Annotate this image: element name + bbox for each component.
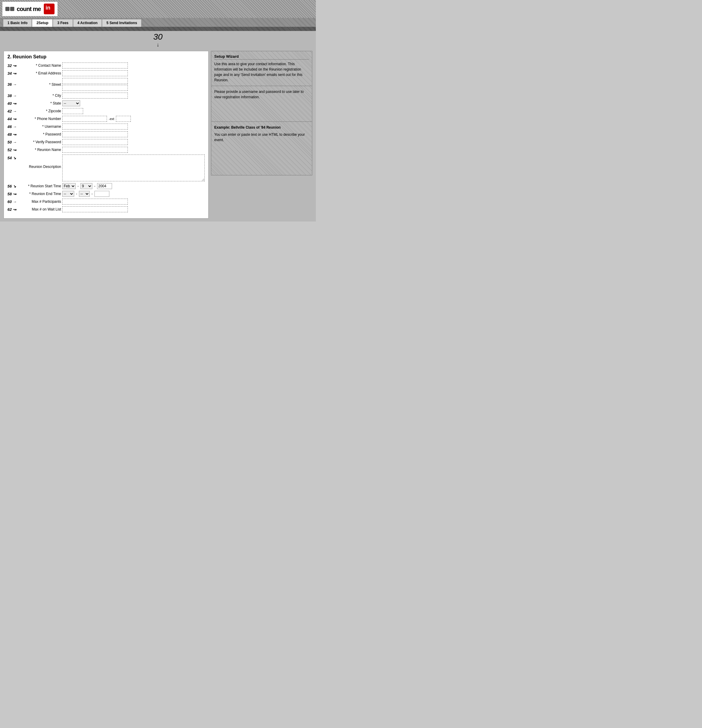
- start-day-select[interactable]: 9123 451015: [80, 183, 93, 189]
- tab4-number: 4: [77, 21, 80, 25]
- start-dash2: -: [94, 184, 96, 188]
- end-dash2: -: [91, 192, 93, 196]
- ext-label: -ext: [109, 117, 114, 121]
- username-label: * Username: [19, 124, 61, 129]
- tab-send-invitations[interactable]: 5 Send Invitations: [102, 19, 142, 27]
- end-time-row: 58 ↝ * Reunion End Time --JanFebMar - --…: [7, 191, 205, 197]
- step54: 54 ↘: [7, 156, 18, 160]
- tab-activation[interactable]: 4 Activation: [73, 19, 102, 27]
- state-label-text: * State: [51, 101, 61, 105]
- step62: 62 ↝: [7, 207, 18, 212]
- phone-row: 44 ↝ * Phone Number -ext: [7, 116, 205, 122]
- reunion-name-input[interactable]: [62, 147, 128, 153]
- contact-name-input[interactable]: [62, 62, 128, 68]
- sidebar-box1: Setup Wizard Use this area to give your …: [211, 51, 312, 86]
- main-content: 2. Reunion Setup 32 ↝ * Contact Name 34 …: [0, 48, 316, 221]
- reunion-description-label: Reunion Description: [29, 165, 61, 169]
- step46: 46 →: [7, 124, 18, 129]
- email-row: 34 ↝ * Email Address: [7, 70, 205, 76]
- ext-input[interactable]: [116, 116, 131, 122]
- city-input[interactable]: [62, 92, 128, 98]
- password-label-text: * Password: [43, 132, 61, 136]
- step30-arrow: ↓: [157, 42, 159, 48]
- state-label: * State: [19, 101, 61, 105]
- end-day-select[interactable]: --123: [79, 191, 90, 197]
- max-participants-input[interactable]: [62, 199, 128, 205]
- email-label: * Email Address: [19, 71, 61, 75]
- sidebar-box3-example: Example: Bellville Class of '84 Reunion: [214, 125, 309, 130]
- reunion-description-row: 54 ↘ Reunion Description: [7, 155, 205, 181]
- tab3-label: Fees: [60, 21, 68, 25]
- sidebar-box1-title: Setup Wizard: [214, 54, 309, 59]
- password-input[interactable]: [62, 131, 128, 137]
- username-input[interactable]: [62, 124, 128, 130]
- zipcode-label-text: * Zipcode: [46, 109, 61, 113]
- step48: 48 ↝: [7, 132, 18, 137]
- contact-name-label: * Contact Name: [19, 64, 61, 68]
- tab-fees[interactable]: 3 Fees: [53, 19, 73, 27]
- step34: 34 ↝: [7, 71, 18, 76]
- max-wait-label-text: Max # on Wait List: [32, 207, 61, 211]
- texture-divider: [0, 27, 316, 31]
- step30-number: 30: [153, 32, 162, 41]
- sidebar-panel: Setup Wizard Use this area to give your …: [211, 51, 312, 218]
- tab1-label: Basic Info: [10, 21, 28, 25]
- state-select[interactable]: -- ALAKAZAR CACOCTFL GATXNY: [62, 100, 80, 106]
- step40: 40 ↝: [7, 101, 18, 106]
- tab-basic-info[interactable]: 1 Basic Info: [3, 19, 32, 27]
- reunion-description-inner: 54 ↘ Reunion Description: [7, 155, 205, 181]
- step38: 38 →: [7, 94, 18, 98]
- tab5-label: Send Invitations: [109, 21, 137, 25]
- street-input-2[interactable]: [62, 85, 128, 91]
- city-label-text: * City: [52, 94, 61, 98]
- logo-badge: in: [44, 4, 55, 14]
- step60: 60 →: [7, 199, 18, 204]
- street-label: * Street: [19, 82, 61, 87]
- email-input[interactable]: [62, 70, 128, 76]
- username-label-text: * Username: [42, 124, 61, 129]
- reunion-name-label-text: * Reunion Name: [35, 148, 61, 152]
- start-time-label-text: * Reunion Start Time: [28, 184, 61, 188]
- street-input-1[interactable]: [62, 78, 128, 84]
- end-time-label-text: * Reunion End Time: [29, 192, 61, 196]
- verify-password-label: * Verify Password: [19, 140, 61, 144]
- phone-label: * Phone Number: [19, 117, 61, 121]
- verify-password-row: 50 → * Verify Password: [7, 139, 205, 145]
- max-wait-row: 62 ↝ Max # on Wait List: [7, 207, 205, 212]
- logo-container: count me in: [2, 2, 58, 16]
- start-dash1: -: [77, 184, 79, 188]
- tab-setup[interactable]: 2Setup: [32, 19, 53, 27]
- sidebar-box3-text: You can enter or paste text or use HTML …: [214, 132, 309, 143]
- zipcode-input[interactable]: [62, 108, 83, 114]
- city-label: * City: [19, 94, 61, 98]
- start-year-input[interactable]: [97, 183, 112, 189]
- end-month-select[interactable]: --JanFebMar: [62, 191, 74, 197]
- phone-input[interactable]: [62, 116, 107, 122]
- tab1-number: 1: [7, 21, 10, 25]
- zipcode-label: * Zipcode: [19, 109, 61, 113]
- street-inputs: [62, 78, 128, 91]
- start-month-select[interactable]: FebJanMarApr MayJunJulAug SepOctNovDec: [62, 183, 76, 189]
- password-row: 48 ↝ * Password: [7, 131, 205, 137]
- max-participants-row: 60 → Max # Participants: [7, 199, 205, 205]
- step30-area: 30 ↓: [0, 31, 316, 48]
- reunion-name-label: * Reunion Name: [19, 148, 61, 152]
- password-label: * Password: [19, 132, 61, 136]
- max-wait-input[interactable]: [62, 207, 128, 212]
- end-year-input[interactable]: [94, 191, 109, 197]
- state-row: 40 ↝ * State -- ALAKAZAR CACOCTFL GATXNY: [7, 100, 205, 106]
- contact-name-row: 32 ↝ * Contact Name: [7, 62, 205, 68]
- city-row: 38 → * City: [7, 92, 205, 98]
- phone-label-text: * Phone Number: [35, 117, 61, 121]
- start-time-row: 56 ↘ * Reunion Start Time FebJanMarApr M…: [7, 183, 205, 189]
- tab4-label: Activation: [80, 21, 97, 25]
- header-background: count me in: [0, 0, 316, 18]
- reunion-description-textarea[interactable]: [62, 155, 205, 181]
- step56: 56 ↘: [7, 184, 18, 188]
- step32: 32 ↝: [7, 64, 18, 68]
- verify-password-input[interactable]: [62, 139, 128, 145]
- max-wait-label: Max # on Wait List: [19, 207, 61, 211]
- email-label-text: * Email Address: [36, 71, 61, 75]
- tab3-number: 3: [57, 21, 60, 25]
- step52: 52 ↝: [7, 148, 18, 152]
